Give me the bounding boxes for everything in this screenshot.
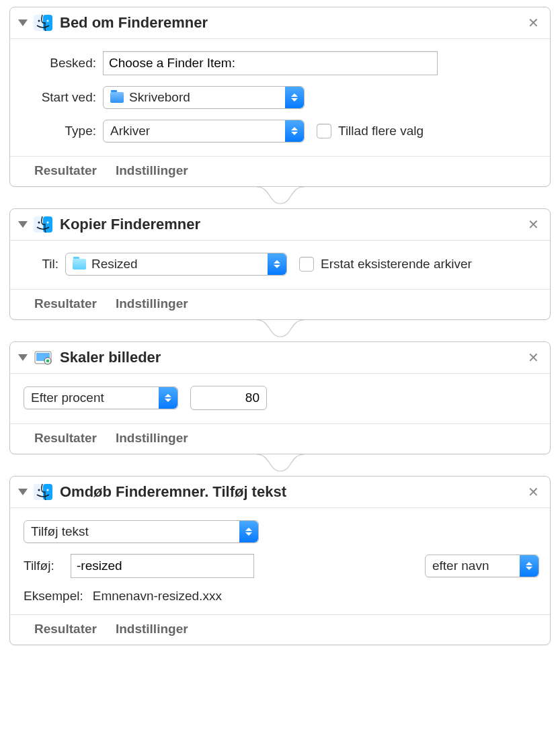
panel-header[interactable]: Omdøb Finderemner. Tilføj tekst ✕ <box>10 477 550 508</box>
panel-footer: Resultater Indstillinger <box>10 156 550 186</box>
updown-icon <box>520 555 538 577</box>
to-select[interactable]: Resized <box>65 253 287 276</box>
position-select[interactable]: efter navn <box>425 554 539 577</box>
results-button[interactable]: Resultater <box>34 431 97 446</box>
updown-icon <box>285 120 304 142</box>
disclosure-triangle-icon[interactable] <box>18 221 28 228</box>
disclosure-triangle-icon[interactable] <box>18 19 28 26</box>
replace-checkbox[interactable] <box>299 257 314 272</box>
panel-header[interactable]: Bed om Finderemner ✕ <box>10 7 550 39</box>
svg-point-15 <box>47 489 49 491</box>
connector-icon <box>9 187 551 208</box>
options-button[interactable]: Indstillinger <box>116 296 188 311</box>
connector-icon <box>9 320 551 341</box>
close-icon[interactable]: ✕ <box>525 216 542 233</box>
replace-label[interactable]: Erstat eksisterende arkiver <box>321 257 472 272</box>
scale-amount-input[interactable] <box>190 386 267 410</box>
updown-icon <box>285 87 304 108</box>
panel-title: Bed om Finderemner <box>60 14 525 32</box>
type-select[interactable]: Arkiver <box>103 120 305 142</box>
position-value: efter navn <box>432 559 489 573</box>
results-button[interactable]: Resultater <box>34 622 97 636</box>
svg-point-7 <box>47 222 49 224</box>
close-icon[interactable]: ✕ <box>525 350 542 366</box>
connector-icon <box>9 454 551 476</box>
action-ask-finder-items: Bed om Finderemner ✕ Besked: Start ved: … <box>9 7 551 187</box>
to-value: Resized <box>91 257 138 272</box>
preview-icon <box>33 347 53 368</box>
start-at-label: Start ved: <box>21 90 96 105</box>
example-label: Eksempel: <box>24 589 83 604</box>
panel-footer: Resultater Indstillinger <box>10 614 550 645</box>
add-label: Tilføj: <box>24 559 64 573</box>
start-at-value: Skrivebord <box>129 90 190 105</box>
svg-point-2 <box>38 20 40 22</box>
finder-icon <box>33 13 53 33</box>
panel-title: Skaler billeder <box>60 349 525 366</box>
allow-multiple-label[interactable]: Tillad flere valg <box>338 124 424 138</box>
rename-op-value: Tilføj tekst <box>31 524 89 539</box>
folder-icon <box>73 259 86 270</box>
allow-multiple-checkbox[interactable] <box>317 124 331 138</box>
panel-header[interactable]: Skaler billeder ✕ <box>10 342 550 374</box>
action-copy-finder-items: Kopier Finderemner ✕ Til: Resized Erstat… <box>9 208 551 320</box>
disclosure-triangle-icon[interactable] <box>18 489 28 495</box>
options-button[interactable]: Indstillinger <box>116 431 188 446</box>
scale-mode-select[interactable]: Efter procent <box>24 386 178 409</box>
finder-icon <box>33 482 53 502</box>
options-button[interactable]: Indstillinger <box>116 163 188 178</box>
panel-footer: Resultater Indstillinger <box>10 423 550 454</box>
panel-title: Kopier Finderemner <box>60 216 525 233</box>
to-label: Til: <box>21 257 58 272</box>
panel-title: Omdøb Finderemner. Tilføj tekst <box>60 483 525 501</box>
disclosure-triangle-icon[interactable] <box>18 354 28 361</box>
updown-icon <box>159 387 177 409</box>
svg-point-6 <box>38 222 40 224</box>
results-button[interactable]: Resultater <box>34 296 97 311</box>
action-scale-images: Skaler billeder ✕ Efter procent Resultat… <box>9 341 551 454</box>
scale-mode-value: Efter procent <box>31 390 104 405</box>
rename-op-select[interactable]: Tilføj tekst <box>24 520 259 543</box>
message-input[interactable] <box>103 51 438 75</box>
type-label: Type: <box>21 124 96 138</box>
action-rename-finder-items: Omdøb Finderemner. Tilføj tekst ✕ Tilføj… <box>9 476 551 645</box>
message-label: Besked: <box>21 56 96 71</box>
updown-icon <box>239 521 258 542</box>
updown-icon <box>268 253 286 275</box>
panel-footer: Resultater Indstillinger <box>10 289 550 319</box>
close-icon[interactable]: ✕ <box>525 15 542 31</box>
panel-header[interactable]: Kopier Finderemner ✕ <box>10 209 550 241</box>
example-value: Emnenavn-resized.xxx <box>93 589 222 604</box>
results-button[interactable]: Resultater <box>34 163 97 178</box>
type-value: Arkiver <box>110 124 150 138</box>
options-button[interactable]: Indstillinger <box>116 622 188 636</box>
start-at-select[interactable]: Skrivebord <box>103 86 305 109</box>
svg-point-14 <box>38 489 40 491</box>
folder-icon <box>110 92 124 103</box>
svg-point-3 <box>47 20 49 22</box>
finder-icon <box>33 214 53 235</box>
svg-point-11 <box>46 360 50 363</box>
close-icon[interactable]: ✕ <box>525 484 542 500</box>
add-text-input[interactable] <box>71 554 254 578</box>
